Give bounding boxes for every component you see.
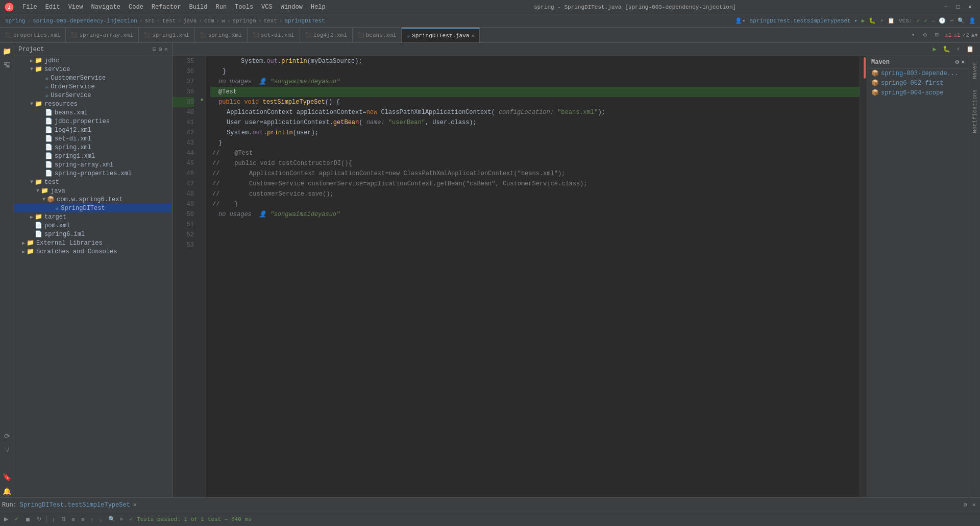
- menu-vcs[interactable]: VCS: [257, 3, 277, 12]
- tab-spring-array-xml[interactable]: ⬛ spring-array.xml: [66, 28, 139, 42]
- toolbar-more[interactable]: ⚡: [954, 45, 962, 53]
- window-close[interactable]: ✕: [964, 2, 976, 12]
- menu-tools[interactable]: Tools: [231, 3, 257, 12]
- tree-item-log4j2-xml[interactable]: 📄 log4j2.xml: [14, 126, 172, 134]
- bc-file[interactable]: SpringDITest: [284, 18, 325, 24]
- tree-item-scratches[interactable]: ▶ 📁 Scratches and Consoles: [14, 247, 172, 256]
- maven-item-3[interactable]: 📦 spring6-004-scope: [867, 88, 969, 98]
- tab-spring-xml[interactable]: ⬛ spring.xml: [195, 28, 248, 42]
- maven-close[interactable]: ✕: [961, 58, 965, 66]
- toolbar-copy[interactable]: 📋: [964, 45, 976, 53]
- bookmarks-icon[interactable]: 🔖: [1, 471, 13, 483]
- run-up-btn[interactable]: ↑: [88, 515, 95, 523]
- structure-icon[interactable]: 🏗: [1, 59, 13, 71]
- bc-spring6[interactable]: spring6: [233, 18, 256, 24]
- run-down-btn[interactable]: ↓: [97, 515, 105, 523]
- menu-run[interactable]: Run: [211, 3, 231, 12]
- tab-properties-xml[interactable]: ⬛ properties.xml: [0, 28, 66, 42]
- bc-project[interactable]: spring-003-dependency-injection: [33, 18, 137, 24]
- menu-window[interactable]: Window: [277, 3, 307, 12]
- bc-test[interactable]: test: [162, 18, 176, 24]
- tree-item-orderservice[interactable]: ☕ OrderService: [14, 82, 172, 91]
- menu-refactor[interactable]: Refactor: [148, 3, 185, 12]
- menu-build[interactable]: Build: [185, 3, 211, 12]
- tab-beans-xml[interactable]: ⬛ beans.xml: [353, 28, 402, 42]
- menu-code[interactable]: Code: [125, 3, 148, 12]
- code-content[interactable]: System.out.println(myDataSource); } no u…: [206, 56, 860, 497]
- tree-item-spring6-iml[interactable]: 📄 spring6.iml: [14, 230, 172, 238]
- tree-item-java[interactable]: ▼ 📁 java: [14, 186, 172, 195]
- tab-split[interactable]: ⊞: [931, 28, 943, 42]
- run-sort-btn[interactable]: ↕: [50, 515, 57, 523]
- maven-settings[interactable]: ⚙: [955, 58, 959, 66]
- menu-view[interactable]: View: [64, 3, 87, 12]
- tree-item-jdbc[interactable]: ▶ 📁 jdbc: [14, 56, 172, 65]
- tree-item-customerservice[interactable]: ☕ CustomerService: [14, 74, 172, 82]
- tree-item-spring-properties-xml[interactable]: 📄 spring-properties.xml: [14, 169, 172, 178]
- run-stop-btn[interactable]: ⏹: [23, 515, 33, 523]
- tab-springditest-java[interactable]: ☕ SpringDITest.java ✕: [402, 28, 480, 42]
- tree-item-spring-array-xml[interactable]: 📄 spring-array.xml: [14, 160, 172, 169]
- tree-item-target[interactable]: ▶ 📁 target: [14, 212, 172, 221]
- run-check-btn[interactable]: ✓: [12, 515, 21, 523]
- tree-item-spring-xml[interactable]: 📄 spring.xml: [14, 143, 172, 152]
- project-icon[interactable]: 📁: [1, 45, 13, 57]
- svg-text:J: J: [8, 5, 11, 11]
- run-play-btn[interactable]: ▶: [2, 515, 10, 523]
- vcs-controls[interactable]: 👤▾ SpringDITest.testSimpleTypeSet ▾ ▶ 🐛 …: [735, 17, 976, 24]
- code-editor[interactable]: 35 36 37 38 39 40 41 42 43 44 45 46 47 4…: [173, 56, 867, 497]
- bc-com[interactable]: com: [204, 18, 214, 24]
- sidebar-close[interactable]: ✕: [164, 45, 168, 53]
- right-icon-maven[interactable]: Maven: [971, 58, 979, 83]
- menu-help[interactable]: Help: [307, 3, 330, 12]
- toolbar-debug-btn[interactable]: 🐛: [941, 45, 952, 53]
- tree-item-package[interactable]: ▼ 📦 com.w.spring6.text: [14, 195, 172, 204]
- toolbar-run-btn[interactable]: ▶: [931, 45, 939, 53]
- window-minimize[interactable]: ─: [940, 3, 952, 12]
- run-close[interactable]: ✕: [970, 501, 978, 509]
- tree-item-spring1-xml[interactable]: 📄 spring1.xml: [14, 152, 172, 160]
- menu-navigate[interactable]: Navigate: [87, 3, 125, 12]
- tree-item-test[interactable]: ▼ 📁 test: [14, 178, 172, 186]
- project-tree: ▶ 📁 jdbc ▼ 📁 service ☕ CustomerService ☕…: [14, 56, 172, 497]
- bc-w[interactable]: w: [222, 18, 225, 24]
- tree-item-springditest[interactable]: ☕ SpringDITest: [14, 204, 172, 212]
- tab-overflow[interactable]: ▾: [907, 28, 919, 42]
- sidebar-collapse-all[interactable]: ⊟: [153, 45, 156, 53]
- pull-requests-icon[interactable]: ⟳: [1, 430, 13, 442]
- notifications-icon[interactable]: 🔔: [1, 485, 13, 497]
- tab-spring1-xml[interactable]: ⬛ spring1.xml: [139, 28, 195, 42]
- tree-item-beans-xml[interactable]: 📄 beans.xml: [14, 108, 172, 117]
- maven-item-1[interactable]: 📦 spring-003-depende...: [867, 68, 969, 78]
- tree-item-userservice[interactable]: ☕ UserService: [14, 91, 172, 100]
- tree-item-pom-xml[interactable]: 📄 pom.xml: [14, 221, 172, 230]
- tree-item-set-di-xml[interactable]: 📄 set-di.xml: [14, 134, 172, 143]
- bc-spring[interactable]: spring: [5, 18, 26, 24]
- run-sort2-btn[interactable]: ⇅: [59, 515, 68, 523]
- run-config-name[interactable]: SpringDITest.testSimpleTypeSet: [20, 501, 130, 509]
- bc-src[interactable]: src: [144, 18, 155, 24]
- git-icon[interactable]: ⑂: [1, 444, 13, 457]
- tree-item-resources[interactable]: ▼ 📁 resources: [14, 100, 172, 108]
- menu-file[interactable]: File: [18, 3, 41, 12]
- tree-item-external-libraries[interactable]: ▶ 📁 External Libraries: [14, 238, 172, 247]
- window-maximize[interactable]: □: [952, 3, 964, 12]
- editor-scrollbar[interactable]: [860, 56, 867, 497]
- tab-set-di-xml[interactable]: ⬛ set-di.xml: [248, 28, 300, 42]
- right-icon-notifications[interactable]: Notifications: [971, 85, 979, 137]
- tab-log4j2-xml[interactable]: ⬛ log4j2.xml: [300, 28, 353, 42]
- tree-item-jdbc-properties[interactable]: 📄 jdbc.properties: [14, 117, 172, 126]
- tree-item-service[interactable]: ▼ 📁 service: [14, 65, 172, 74]
- run-expand-btn[interactable]: ≡: [70, 515, 77, 523]
- sidebar-settings[interactable]: ⚙: [159, 45, 162, 53]
- run-rerun-btn[interactable]: ↻: [35, 515, 43, 523]
- maven-item-2[interactable]: 📦 spring6-002-first: [867, 78, 969, 88]
- bc-java[interactable]: java: [183, 18, 197, 24]
- menu-edit[interactable]: Edit: [41, 3, 64, 12]
- run-config-close[interactable]: ✕: [133, 501, 137, 509]
- run-collapse-btn[interactable]: ≡: [79, 515, 86, 523]
- tab-settings[interactable]: ⚙: [919, 28, 931, 42]
- run-settings[interactable]: ⚙: [962, 501, 969, 509]
- bc-text[interactable]: text: [263, 18, 277, 24]
- run-search-btn[interactable]: 🔍: [106, 515, 117, 523]
